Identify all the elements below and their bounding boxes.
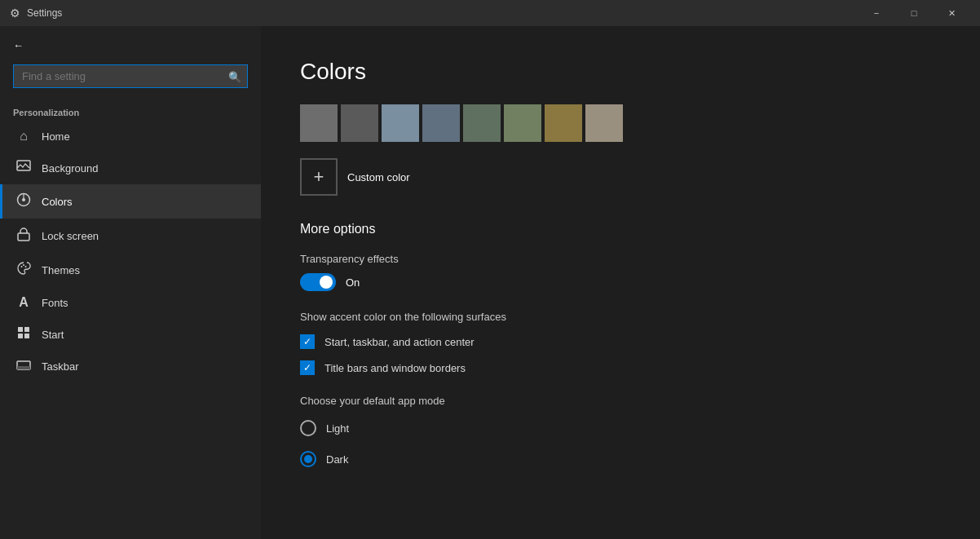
check-icon: ✓: [303, 337, 311, 347]
sidebar-item-label: Start: [42, 329, 64, 341]
section-title: Personalization: [0, 101, 261, 121]
svg-rect-10: [24, 334, 29, 338]
search-wrapper: 🔍: [13, 64, 248, 88]
themes-icon: [15, 261, 32, 279]
svg-point-5: [23, 264, 24, 266]
page-title: Colors: [300, 59, 941, 85]
more-options-heading: More options: [300, 222, 941, 236]
sidebar-item-label: Themes: [42, 264, 80, 276]
svg-point-6: [25, 266, 27, 267]
color-swatches: [300, 104, 941, 142]
sidebar-item-themes[interactable]: Themes: [0, 253, 261, 287]
titlebar-title: Settings: [27, 7, 858, 19]
color-swatch-2[interactable]: [382, 104, 419, 142]
app-mode-option: Choose your default app mode Light Dark: [300, 395, 941, 467]
color-swatch-0[interactable]: [300, 104, 338, 142]
sidebar-item-label: Lock screen: [42, 230, 99, 242]
search-icon: 🔍: [228, 70, 241, 82]
close-button[interactable]: ✕: [933, 0, 970, 26]
surfaces-option: Show accent color on the following surfa…: [300, 311, 941, 375]
back-button[interactable]: ←: [0, 33, 261, 58]
color-swatch-5[interactable]: [504, 104, 541, 142]
toggle-thumb: [320, 276, 333, 289]
svg-rect-12: [17, 366, 30, 369]
add-color-icon: +: [300, 158, 338, 196]
svg-rect-3: [18, 233, 29, 241]
main-layout: ← 🔍 Personalization ⌂ Home Background: [0, 26, 980, 539]
search-container: 🔍: [0, 58, 261, 101]
radio-dark-dot: [304, 455, 312, 463]
svg-rect-8: [24, 327, 29, 332]
checkbox-titlebars-box: ✓: [300, 360, 315, 375]
sidebar-item-label: Fonts: [42, 297, 68, 309]
svg-point-4: [21, 266, 23, 267]
search-input[interactable]: [13, 64, 248, 88]
custom-color-button[interactable]: + Custom color: [300, 158, 410, 196]
minimize-button[interactable]: −: [858, 0, 895, 26]
colors-icon: [15, 192, 32, 210]
sidebar-item-lockscreen[interactable]: Lock screen: [0, 219, 261, 253]
checkbox-taskbar[interactable]: ✓ Start, taskbar, and action center: [300, 334, 941, 349]
surfaces-label: Show accent color on the following surfa…: [300, 311, 941, 323]
transparency-label: Transparency effects: [300, 253, 941, 265]
transparency-toggle[interactable]: [300, 273, 336, 291]
content-area: Colors + Custom color More options Trans…: [261, 26, 980, 539]
titlebar: ⚙ Settings − □ ✕: [0, 0, 980, 26]
lockscreen-icon: [15, 227, 32, 245]
toggle-track: [300, 273, 336, 291]
window-controls: − □ ✕: [858, 0, 970, 26]
checkbox-taskbar-box: ✓: [300, 334, 315, 349]
sidebar: ← 🔍 Personalization ⌂ Home Background: [0, 26, 261, 539]
checkbox-titlebars[interactable]: ✓ Title bars and window borders: [300, 360, 941, 375]
radio-light-label: Light: [326, 422, 349, 435]
sidebar-item-label: Colors: [42, 196, 73, 208]
sidebar-item-label: Home: [42, 130, 70, 143]
custom-color-label: Custom color: [347, 171, 410, 183]
transparency-toggle-row: On: [300, 273, 941, 291]
radio-light-outer: [300, 420, 316, 436]
color-swatch-6[interactable]: [545, 104, 582, 142]
radio-dark-outer: [300, 451, 316, 467]
color-swatch-7[interactable]: [585, 104, 623, 142]
taskbar-icon: [15, 359, 32, 373]
sidebar-item-start[interactable]: Start: [0, 318, 261, 351]
home-icon: ⌂: [15, 129, 32, 144]
background-icon: [15, 160, 32, 176]
sidebar-item-label: Background: [42, 162, 98, 175]
transparency-option: Transparency effects On: [300, 253, 941, 291]
sidebar-item-home[interactable]: ⌂ Home: [0, 121, 261, 152]
color-swatch-3[interactable]: [422, 104, 460, 142]
radio-dark[interactable]: Dark: [300, 451, 941, 467]
check-icon: ✓: [303, 363, 311, 373]
svg-rect-7: [18, 327, 23, 332]
color-swatch-1[interactable]: [341, 104, 378, 142]
settings-icon: ⚙: [10, 7, 20, 20]
sidebar-item-label: Taskbar: [42, 360, 79, 373]
transparency-state: On: [346, 276, 360, 289]
maximize-button[interactable]: □: [895, 0, 933, 26]
app-mode-label: Choose your default app mode: [300, 395, 941, 407]
back-icon: ←: [13, 39, 24, 51]
color-swatch-4[interactable]: [463, 104, 501, 142]
fonts-icon: A: [15, 295, 32, 310]
checkbox-titlebars-label: Title bars and window borders: [324, 362, 466, 374]
sidebar-item-background[interactable]: Background: [0, 152, 261, 184]
svg-point-2: [22, 198, 25, 201]
sidebar-item-taskbar[interactable]: Taskbar: [0, 351, 261, 382]
svg-rect-9: [18, 334, 23, 338]
radio-light[interactable]: Light: [300, 420, 941, 436]
radio-dark-label: Dark: [326, 453, 348, 466]
start-icon: [15, 326, 32, 342]
sidebar-item-fonts[interactable]: A Fonts: [0, 287, 261, 318]
sidebar-item-colors[interactable]: Colors: [0, 184, 261, 219]
checkbox-taskbar-label: Start, taskbar, and action center: [324, 336, 475, 348]
